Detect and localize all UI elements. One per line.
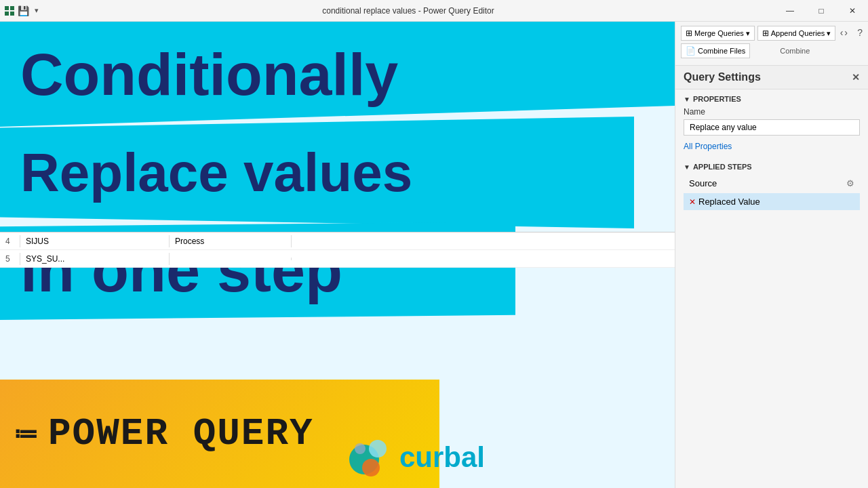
close-button[interactable]: ✕ — [837, 0, 868, 22]
app-icon — [4, 5, 15, 16]
combine-files-label: Combine Files — [698, 47, 745, 55]
properties-section: ▼ PROPERTIES Name All Properties — [675, 89, 868, 157]
combine-files-button[interactable]: 📄 Combine Files — [681, 43, 750, 58]
svg-rect-3 — [10, 12, 14, 16]
all-properties-link[interactable]: All Properties — [684, 142, 732, 151]
applied-steps-toggle-icon[interactable]: ▼ — [684, 163, 690, 171]
banner-middle: Replace values — [0, 117, 634, 228]
svg-rect-2 — [5, 12, 9, 16]
minimize-button[interactable]: — — [774, 0, 806, 22]
query-settings-close-button[interactable]: ✕ — [852, 72, 860, 83]
nav-forward-button[interactable]: › — [844, 27, 848, 38]
properties-header: ▼ PROPERTIES — [684, 95, 860, 103]
append-queries-arrow: ▾ — [827, 29, 831, 38]
step-source-label: Source — [689, 178, 717, 188]
video-panel: Conditionally Replace values in one step… — [0, 22, 675, 488]
table-row: 4 SIJUS Process — [0, 232, 675, 250]
row-num-1: 4 — [0, 235, 20, 247]
step-source-gear-icon[interactable]: ⚙ — [846, 178, 854, 188]
name-label: Name — [684, 107, 860, 117]
maximize-button[interactable]: □ — [806, 0, 837, 22]
step-source-text: Source — [689, 178, 717, 188]
step-replaced-value-label: ✕ Replaced Value — [689, 197, 760, 207]
svg-rect-1 — [10, 6, 14, 10]
combine-label: Combine — [780, 47, 810, 55]
step-replaced-value[interactable]: ✕ Replaced Value — [684, 193, 860, 210]
row-num-2: 5 — [0, 253, 20, 265]
svg-point-7 — [355, 443, 366, 454]
main-area: Conditionally Replace values in one step… — [0, 22, 868, 488]
query-settings-header: Query Settings ✕ — [675, 66, 868, 89]
merge-queries-button[interactable]: ⊞ Merge Queries ▾ — [681, 26, 755, 41]
title-bar-icons: 💾 ▾ — [0, 5, 42, 16]
data-table: 4 SIJUS Process 5 SYS_SU... — [0, 232, 675, 268]
ribbon-section: ⊞ Merge Queries ▾ ⊞ Append Queries ▾ 📄 C… — [675, 22, 868, 66]
headline-2: Replace values — [20, 146, 412, 200]
properties-toggle-icon[interactable]: ▼ — [684, 96, 690, 103]
svg-point-6 — [369, 440, 387, 458]
ribbon-row-2: 📄 Combine Files Combine — [681, 43, 863, 58]
nav-arrows: ‹ › — [840, 27, 848, 38]
curbal-text: curbal — [399, 441, 485, 474]
curbal-circles-icon — [345, 434, 393, 481]
svg-point-5 — [362, 459, 380, 476]
applied-steps-header: ▼ APPLIED STEPS — [684, 163, 860, 171]
step-replaced-value-text: Replaced Value — [698, 197, 760, 207]
name-input[interactable] — [684, 119, 860, 136]
applied-steps-label: APPLIED STEPS — [693, 163, 752, 171]
nav-back-button[interactable]: ‹ — [840, 27, 844, 38]
merge-queries-icon: ⊞ — [686, 28, 692, 38]
merge-queries-label: Merge Queries — [694, 29, 744, 37]
properties-label: PROPERTIES — [693, 95, 741, 103]
curbal-logo: curbal — [345, 434, 485, 481]
applied-steps-section: ▼ APPLIED STEPS Source ⚙ ✕ Replaced Valu… — [675, 157, 868, 217]
append-queries-button[interactable]: ⊞ Append Queries ▾ — [757, 26, 836, 41]
combine-files-icon: 📄 — [686, 46, 696, 56]
ribbon-row-1: ⊞ Merge Queries ▾ ⊞ Append Queries ▾ — [681, 26, 863, 41]
table-row: 5 SYS_SU... — [0, 250, 675, 268]
svg-rect-0 — [5, 6, 9, 10]
append-queries-icon: ⊞ — [762, 28, 769, 38]
steps-list: Source ⚙ ✕ Replaced Value — [684, 175, 860, 210]
query-settings-panel: ⊞ Merge Queries ▾ ⊞ Append Queries ▾ 📄 C… — [675, 22, 868, 488]
help-button[interactable]: ? — [857, 27, 863, 38]
merge-queries-arrow: ▾ — [746, 29, 750, 38]
query-settings-title: Query Settings — [684, 71, 761, 83]
append-queries-label: Append Queries — [771, 29, 825, 37]
power-query-text: POWER QUERY — [48, 412, 314, 455]
row-name-1: SIJUS — [20, 235, 170, 247]
menu-icon[interactable]: ▾ — [31, 5, 42, 16]
window-title: conditional replace values - Power Query… — [42, 6, 774, 16]
row-type-2 — [170, 258, 292, 260]
step-error-icon: ✕ — [689, 197, 696, 207]
row-type-1: Process — [170, 235, 292, 247]
window-controls: — □ ✕ — [774, 0, 868, 22]
banner-top: Conditionally — [0, 22, 675, 127]
power-query-icon: ≔ — [14, 420, 38, 448]
headline-1: Conditionally — [20, 45, 398, 104]
step-source[interactable]: Source ⚙ — [684, 175, 860, 192]
save-icon[interactable]: 💾 — [18, 5, 28, 16]
title-bar: 💾 ▾ conditional replace values - Power Q… — [0, 0, 868, 22]
row-name-2: SYS_SU... — [20, 253, 170, 265]
